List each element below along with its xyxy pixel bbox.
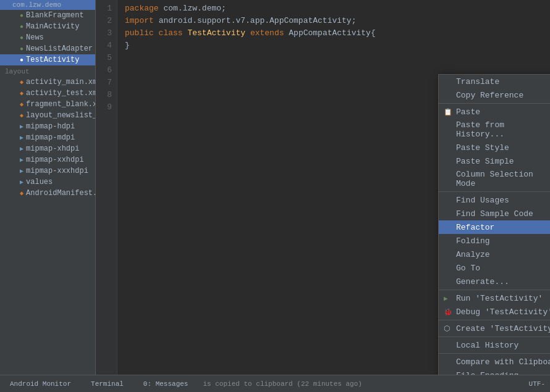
menu-item-debug[interactable]: 🐞 Debug 'TestActivity'	[439, 305, 550, 319]
menu-separator	[439, 336, 550, 337]
sidebar-item-mainactivity[interactable]: ● MainActivity	[0, 21, 95, 32]
xml-icon: ◆	[20, 101, 23, 108]
sidebar-item-label: BlankFragment	[26, 11, 84, 20]
menu-item-refactor[interactable]: Refactor ▶	[439, 220, 550, 234]
sidebar-item-label: mipmap-xxhdpi	[26, 156, 84, 164]
sidebar-item-mipmap-hdpi[interactable]: ▶ mipmap-hdpi	[0, 121, 95, 132]
encoding-label: UTF-	[529, 380, 545, 388]
line-num: 9	[96, 101, 112, 114]
tab-label: 0: Messages	[143, 380, 188, 388]
sidebar-item-label: values	[26, 178, 53, 186]
menu-item-label: File Encoding	[456, 371, 518, 375]
sidebar-item-news[interactable]: ● News	[0, 32, 95, 43]
sidebar-item-values[interactable]: ▶ values	[0, 177, 95, 188]
status-label: is copied to clipboard (22 minutes ago)	[203, 380, 362, 388]
class-icon: ●	[20, 57, 23, 64]
menu-item-local-history[interactable]: Local History ▶	[439, 338, 550, 352]
sidebar-item-fragment-blank[interactable]: ◆ fragment_blank.xml	[0, 99, 95, 110]
debug-icon: 🐞	[444, 308, 452, 316]
sidebar-item-mipmap-xhdpi[interactable]: ▶ mipmap-xhdpi	[0, 143, 95, 154]
menu-separator	[439, 191, 550, 192]
sidebar-item-androidmanifest[interactable]: ◆ AndroidManifest.xml	[0, 188, 95, 199]
class-icon: ●	[20, 23, 23, 30]
tab-terminal[interactable]: Terminal	[86, 379, 129, 389]
sidebar-item-mipmap-xxxhdpi[interactable]: ▶ mipmap-xxxhdpi	[0, 165, 95, 177]
sidebar-item-activity-main[interactable]: ◆ activity_main.xml	[0, 77, 95, 88]
menu-item-label: Paste Simple	[456, 157, 514, 166]
line-num: 1	[96, 2, 112, 15]
menu-item-folding[interactable]: Folding ▶	[439, 234, 550, 248]
menu-separator	[439, 320, 550, 320]
menu-item-create[interactable]: ⬡ Create 'TestActivity'...	[439, 322, 550, 335]
menu-item-file-encoding[interactable]: File Encoding	[439, 369, 550, 375]
main-area: com.lzw.demo ● BlankFragment ● MainActiv…	[0, 0, 550, 375]
code-line-3: import android.support.v7.app.AppCompatA…	[125, 15, 543, 27]
menu-item-label: Translate	[456, 77, 499, 86]
menu-item-column-selection[interactable]: Column Selection Mode Alt+Shift+Insert	[439, 168, 550, 190]
menu-item-label: Create 'TestActivity'...	[456, 324, 550, 333]
sidebar-item-layout-newslist[interactable]: ◆ layout_newslist_item	[0, 110, 95, 121]
menu-item-label: Find Sample Code	[456, 209, 533, 219]
menu-item-label: Column Selection Mode	[456, 170, 541, 188]
menu-item-compare-clipboard[interactable]: Compare with Clipboard	[439, 355, 550, 369]
line-num: 4	[96, 40, 112, 52]
menu-item-run[interactable]: ▶ Run 'TestActivity' Ctrl+Shift+F10	[439, 291, 550, 305]
menu-item-label: Paste	[456, 107, 480, 117]
bottom-bar: Android Monitor Terminal 0: Messages is …	[0, 375, 550, 392]
menu-item-label: Find Usages	[456, 196, 509, 205]
tab-messages[interactable]: 0: Messages	[138, 379, 193, 389]
menu-item-copy-reference[interactable]: Copy Reference Ctrl+Alt+Shift+C	[439, 88, 550, 102]
menu-item-generate[interactable]: Generate... Alt+Insert	[439, 275, 550, 288]
line-numbers: 1 2 3 4 5 6 7 8 9	[96, 0, 117, 375]
sidebar-item-activity-test[interactable]: ◆ activity_test.xml	[0, 88, 95, 99]
sidebar-item-label: MainActivity	[26, 22, 79, 31]
sidebar-item-newslistadapter[interactable]: ● NewsListAdapter	[0, 43, 95, 54]
menu-item-label: Go To	[456, 264, 480, 273]
sidebar-item-mipmap-mdpi[interactable]: ▶ mipmap-mdpi	[0, 132, 95, 143]
sidebar-item-mipmap-xxhdpi[interactable]: ▶ mipmap-xxhdpi	[0, 154, 95, 165]
menu-item-paste-simple[interactable]: Paste Simple Ctrl+Alt+Shift+V	[439, 154, 550, 168]
paste-icon: 📋	[444, 108, 452, 116]
menu-item-label: Debug 'TestActivity'	[456, 307, 550, 317]
sidebar-item-label: activity_test.xml	[26, 89, 95, 98]
sidebar-item-label: NewsListAdapter	[26, 44, 93, 53]
folder-icon: ▶	[20, 134, 23, 141]
sidebar-item-testactivity[interactable]: ● TestActivity	[0, 54, 95, 65]
menu-item-label: Copy Reference	[456, 91, 523, 100]
sidebar-item-blankfragment[interactable]: ● BlankFragment	[0, 10, 95, 21]
tab-label: Terminal	[91, 380, 124, 388]
menu-item-goto[interactable]: Go To ▶	[439, 261, 550, 275]
folder-icon: ▶	[20, 178, 23, 186]
folder-icon: ▶	[20, 145, 23, 152]
menu-item-paste[interactable]: 📋 Paste Ctrl+V	[439, 105, 550, 119]
tab-android-monitor[interactable]: Android Monitor	[5, 379, 76, 389]
menu-separator	[439, 290, 550, 290]
sidebar-item-label: mipmap-mdpi	[26, 133, 75, 142]
menu-item-translate[interactable]: Translate Meta+I	[439, 75, 550, 88]
menu-item-label: Generate...	[456, 277, 509, 286]
class-icon: ●	[20, 12, 23, 19]
create-icon: ⬡	[444, 324, 450, 333]
xml-icon: ◆	[20, 90, 23, 97]
sidebar-item-label: layout_newslist_item	[26, 111, 95, 120]
line-num: 5	[96, 52, 112, 64]
line-num: 6	[96, 64, 112, 77]
class-icon: ●	[20, 35, 23, 41]
tab-label: Android Monitor	[10, 380, 71, 388]
sidebar-item-label: activity_main.xml	[26, 78, 95, 86]
menu-item-label: Local History	[456, 341, 518, 350]
menu-item-find-sample[interactable]: Find Sample Code Alt+F8	[439, 207, 550, 220]
line-num: 8	[96, 89, 112, 101]
sidebar-item-label: News	[26, 33, 44, 42]
status-text: is copied to clipboard (22 minutes ago)	[203, 380, 518, 388]
menu-item-label: Compare with Clipboard	[456, 357, 550, 367]
menu-item-analyze[interactable]: Analyze ▶	[439, 248, 550, 261]
sidebar: com.lzw.demo ● BlankFragment ● MainActiv…	[0, 0, 96, 375]
menu-item-paste-style[interactable]: Paste Style Ctrl+Shift+D	[439, 141, 550, 154]
menu-item-paste-history[interactable]: Paste from History... Ctrl+Shift+V	[439, 119, 550, 141]
context-menu: Translate Meta+I Copy Reference Ctrl+Alt…	[438, 74, 550, 375]
menu-item-find-usages[interactable]: Find Usages Alt+F7	[439, 193, 550, 207]
xml-icon: ◆	[20, 78, 23, 86]
sidebar-item-label: AndroidManifest.xml	[26, 189, 95, 198]
sidebar-item-label: mipmap-xxxhdpi	[26, 167, 88, 175]
